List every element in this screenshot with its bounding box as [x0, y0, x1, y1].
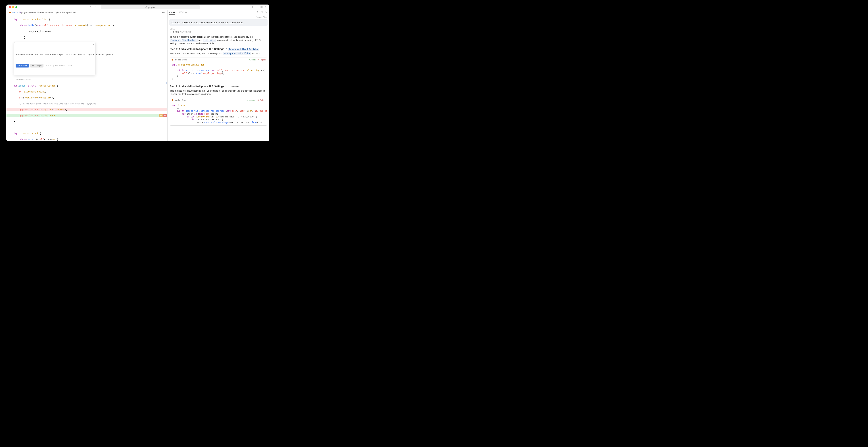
- chat-mode-label[interactable]: Normal Chat: [167, 15, 269, 20]
- tab-chat[interactable]: CHAT: [169, 11, 175, 15]
- editor-pane: mod.rs M pingora-core/src/listeners/mod.…: [6, 10, 167, 141]
- svg-rect-1: [252, 6, 254, 8]
- close-window-button[interactable]: [9, 6, 11, 8]
- breadcrumb-path[interactable]: pingora-core/src/listeners/mod.rs: [21, 11, 53, 14]
- new-chat-icon[interactable]: [251, 11, 253, 14]
- code-accept-button[interactable]: Accept: [247, 99, 255, 101]
- step-1-heading: Step 1: Add a Method to Update TLS Setti…: [170, 47, 267, 50]
- close-chat-icon[interactable]: [265, 11, 268, 14]
- inline-suggestion-popup: × implement the cleanup function for the…: [14, 42, 95, 75]
- nav-forward-button[interactable]: [94, 6, 96, 9]
- used-label: USED: [170, 28, 267, 30]
- code-block-header: mod.rs Done Accept Reject: [170, 58, 267, 62]
- rust-file-icon: [172, 59, 174, 61]
- implementation-count[interactable]: 1 implementation: [6, 78, 167, 81]
- panel-left-icon[interactable]: [252, 6, 254, 9]
- svg-rect-8: [261, 11, 262, 13]
- svg-point-0: [146, 6, 147, 8]
- chat-response: USED mod.rs Current file To make it easi…: [167, 28, 269, 141]
- svg-rect-2: [256, 6, 258, 8]
- tab-review[interactable]: REVIEW: [178, 11, 187, 14]
- rust-file-icon: [172, 99, 174, 101]
- svg-point-9: [172, 59, 173, 61]
- accept-button[interactable]: ⌘↵ Accept: [16, 64, 29, 68]
- minimap-thumb[interactable]: [166, 82, 167, 84]
- titlebar-right-icons: [252, 6, 267, 9]
- suggestion-text: implement the cleanup function for the t…: [16, 53, 94, 58]
- titlebar: pingora: [6, 4, 269, 10]
- code-block-body[interactable]: impl Listeners { ... pub fn update_tls_s…: [170, 102, 267, 126]
- chat-pane: CHAT REVIEW Normal Chat Can you make it …: [167, 10, 269, 141]
- chat-paragraph: To make it easier to switch certificates…: [170, 35, 267, 45]
- code-editor[interactable]: impl TransportStackBuilder { pub fn buil…: [6, 15, 167, 141]
- code-block-body[interactable]: impl TransportStackBuilder { ... pub fn …: [170, 62, 267, 82]
- history-icon[interactable]: [256, 11, 258, 14]
- accept-diff-button[interactable]: ⌘Y: [159, 114, 163, 117]
- window-controls: [9, 6, 18, 8]
- context-file-chip[interactable]: mod.rs Current file: [170, 31, 267, 33]
- breadcrumb-symbol[interactable]: impl TransportStack: [57, 11, 76, 14]
- step-2-heading: Step 2: Add a Method to Update TLS Setti…: [170, 85, 267, 88]
- svg-rect-4: [261, 6, 262, 8]
- rust-file-icon: [9, 11, 11, 13]
- minimize-window-button[interactable]: [12, 6, 14, 8]
- reject-button[interactable]: ⌘⌫ Reject: [30, 64, 43, 68]
- code-accept-button[interactable]: Accept: [247, 59, 255, 61]
- code-block-2: mod.rs Done Accept Reject impl Listeners…: [170, 98, 267, 126]
- chat-tabs: CHAT REVIEW: [167, 10, 269, 15]
- maximize-window-button[interactable]: [16, 6, 18, 8]
- file-icon: [170, 31, 172, 33]
- modified-badge: M: [19, 11, 21, 14]
- code-reject-button[interactable]: Reject: [257, 99, 266, 101]
- step-1-desc: This method will allow updating the TLS …: [170, 52, 267, 55]
- search-icon: [145, 6, 148, 8]
- more-actions-icon[interactable]: •••: [162, 11, 165, 14]
- panel-bottom-icon[interactable]: [256, 6, 258, 9]
- nav-arrows: [90, 6, 96, 9]
- main-body: mod.rs M pingora-core/src/listeners/mod.…: [6, 10, 269, 141]
- app-window: pingora mod.rs M pingora-core/src/listen…: [6, 4, 269, 141]
- minimap[interactable]: [165, 15, 167, 141]
- followup-input[interactable]: Follow-up instructions… ⇧⌘K: [45, 64, 72, 67]
- breadcrumb-filename[interactable]: mod.rs: [12, 11, 19, 14]
- close-icon[interactable]: ×: [93, 43, 94, 46]
- settings-gear-icon[interactable]: [264, 6, 267, 9]
- search-input[interactable]: pingora: [101, 5, 200, 9]
- svg-point-10: [172, 99, 173, 101]
- search-text: pingora: [148, 6, 156, 8]
- code-block-header: mod.rs Done Accept Reject: [170, 98, 267, 102]
- step-2-desc: This method will allow updating the TLS …: [170, 89, 267, 96]
- code-reject-button[interactable]: Reject: [257, 59, 266, 61]
- chat-user-message: Can you make it easier to switch certifi…: [169, 20, 268, 26]
- svg-point-6: [9, 11, 11, 13]
- breadcrumb-bar: mod.rs M pingora-core/src/listeners/mod.…: [6, 10, 167, 15]
- svg-point-5: [265, 6, 266, 7]
- panel-right-icon[interactable]: [260, 6, 262, 9]
- expand-icon[interactable]: [260, 11, 263, 14]
- code-block-1: mod.rs Done Accept Reject impl Transport…: [170, 58, 267, 82]
- nav-back-button[interactable]: [90, 6, 92, 9]
